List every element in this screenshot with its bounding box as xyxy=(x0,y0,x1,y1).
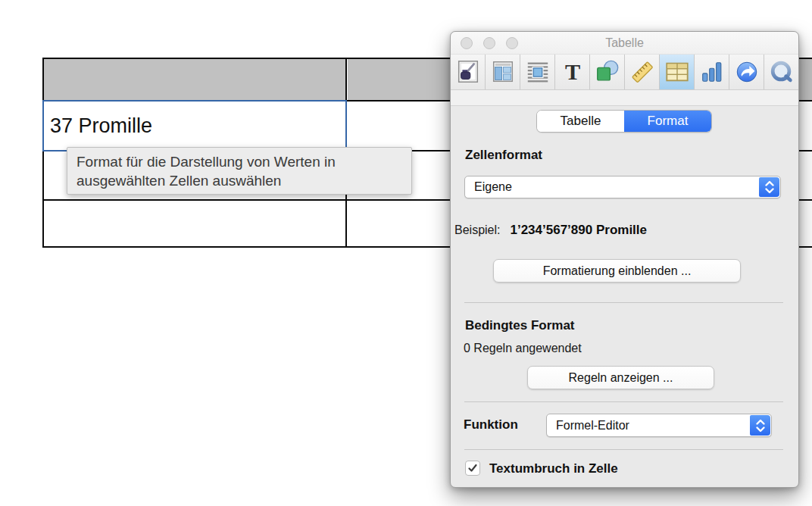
tooltip-line2: ausgewählten Zellen auswählen xyxy=(77,171,402,190)
example-value: 1’234’567’890 Promille xyxy=(510,223,647,237)
link-inspector-icon xyxy=(734,58,760,86)
cell-format-dropdown[interactable]: Eigene xyxy=(464,176,781,198)
text-inspector-button[interactable]: T xyxy=(555,55,590,89)
chevron-up-down-icon xyxy=(754,417,767,434)
checkmark-icon xyxy=(467,463,478,473)
layout-inspector-icon xyxy=(490,58,516,86)
tooltip-line1: Format für die Darstellung von Werten in xyxy=(77,152,402,171)
toolbar-lower-strip xyxy=(451,90,798,106)
wrap-inspector-button[interactable] xyxy=(520,55,555,89)
inspector-toolbar: T xyxy=(451,55,798,90)
tab-switcher: Tabelle Format xyxy=(536,110,712,133)
quicktime-inspector-icon xyxy=(769,58,795,86)
dropdown-stepper[interactable] xyxy=(750,415,770,436)
example-row: Beispiel:1’234’567’890 Promille xyxy=(454,223,647,238)
metrics-inspector-icon xyxy=(629,58,655,86)
section-divider xyxy=(464,302,783,303)
graphic-inspector-button[interactable] xyxy=(590,55,625,89)
text-inspector-icon: T xyxy=(560,58,586,86)
section-divider xyxy=(464,449,783,450)
function-dropdown[interactable]: Formel-Editor xyxy=(546,414,772,437)
wrap-inspector-icon xyxy=(525,58,551,86)
metrics-inspector-button[interactable] xyxy=(625,55,660,89)
document-inspector-button[interactable] xyxy=(451,55,486,89)
rules-status: 0 Regeln angewendet xyxy=(464,342,582,355)
table-gridline xyxy=(42,58,44,248)
chart-inspector-icon xyxy=(699,58,725,86)
table-inspector-icon xyxy=(664,58,690,86)
wrap-text-checkbox[interactable] xyxy=(465,461,480,476)
table-inspector-button[interactable] xyxy=(660,55,695,89)
show-rules-button[interactable]: Regeln anzeigen ... xyxy=(527,366,714,389)
link-inspector-button[interactable] xyxy=(729,55,764,89)
tab-format[interactable]: Format xyxy=(624,111,711,132)
chevron-up-down-icon xyxy=(764,179,776,195)
text-inspector-glyph: T xyxy=(564,59,579,85)
wrap-text-label: Textumbruch in Zelle xyxy=(489,461,618,476)
example-label: Beispiel: xyxy=(454,223,500,236)
tab-tabelle[interactable]: Tabelle xyxy=(537,111,624,132)
show-formatting-button[interactable]: Formatierung einblenden ... xyxy=(493,259,741,283)
dropdown-stepper[interactable] xyxy=(759,177,779,197)
quicktime-inspector-button[interactable] xyxy=(764,55,798,89)
chart-inspector-button[interactable] xyxy=(695,55,729,89)
layout-inspector-button[interactable] xyxy=(486,55,520,89)
screen: 37 Promille Format für die Darstellung v… xyxy=(0,0,812,506)
titlebar[interactable]: Tabelle xyxy=(451,32,798,55)
selected-cell-text[interactable]: 37 Promille xyxy=(50,114,152,138)
cell-format-dropdown-value: Eigene xyxy=(474,176,512,198)
tooltip: Format für die Darstellung von Werten in… xyxy=(67,147,412,195)
function-label: Funktion xyxy=(464,417,518,433)
inspector-window: Tabelle xyxy=(450,31,799,488)
graphic-inspector-icon xyxy=(595,58,620,86)
conditional-format-heading: Bedingtes Format xyxy=(465,318,575,333)
document-inspector-icon xyxy=(455,58,481,86)
window-title: Tabelle xyxy=(451,36,798,50)
cell-format-heading: Zellenformat xyxy=(465,148,542,163)
table-header-cell[interactable] xyxy=(44,59,346,100)
function-dropdown-value: Formel-Editor xyxy=(556,414,629,436)
section-divider xyxy=(464,401,783,402)
